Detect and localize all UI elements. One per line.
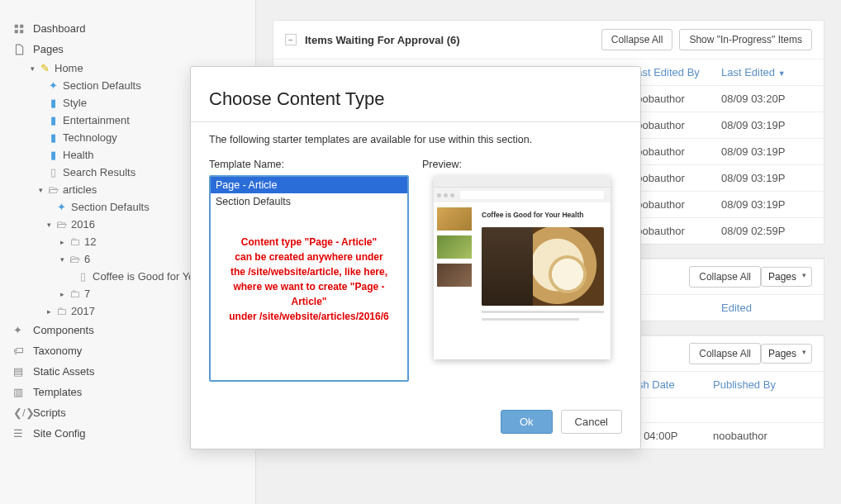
cancel-button[interactable]: Cancel <box>561 410 622 434</box>
template-item-page-article[interactable]: Page - Article <box>211 177 407 193</box>
modal-title: Choose Content Type <box>209 88 622 110</box>
modal-description: The following starter templates are avai… <box>209 134 622 145</box>
choose-content-type-modal: Choose Content Type The following starte… <box>190 66 641 449</box>
preview-article-title: Coffee is Good for Your Health <box>482 211 604 219</box>
preview-thumbnail: Coffee is Good for Your Health <box>434 176 611 359</box>
ok-button[interactable]: Ok <box>501 410 553 434</box>
preview-hero-image <box>482 227 604 306</box>
preview-label: Preview: <box>422 159 622 170</box>
template-name-label: Template Name: <box>209 159 409 170</box>
preview-box: Coffee is Good for Your Health <box>422 175 622 382</box>
annotation-note: Content type "Page - Article" can be cre… <box>211 235 407 324</box>
template-item-section-defaults[interactable]: Section Defaults <box>211 193 407 210</box>
template-list[interactable]: Page - Article Section Defaults Content … <box>209 175 409 382</box>
